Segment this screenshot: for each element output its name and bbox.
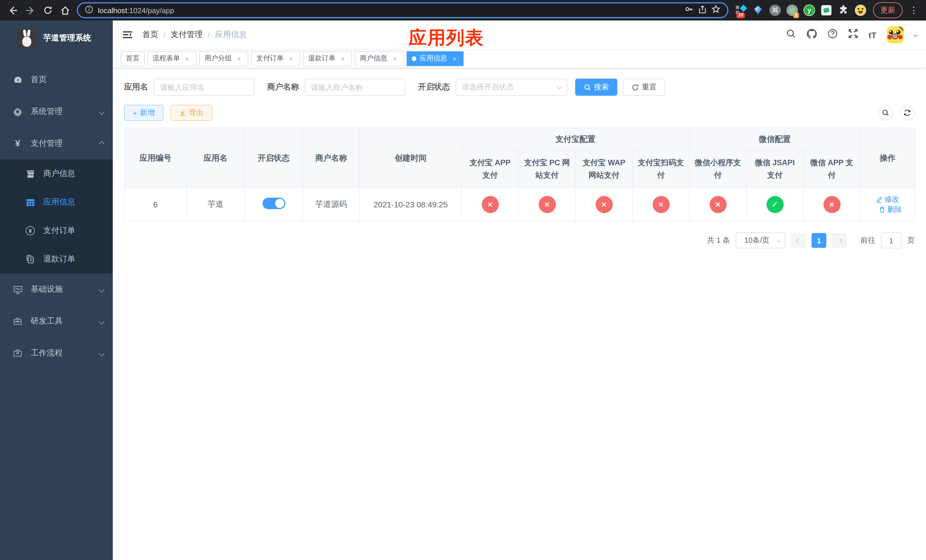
tab-close-icon[interactable]: × [339, 54, 347, 62]
cell-status [245, 188, 303, 221]
app-name-input[interactable] [154, 79, 254, 96]
sidebar-item-refund-order[interactable]: 退款订单 [0, 245, 113, 274]
github-icon[interactable] [806, 28, 817, 41]
font-size-icon[interactable]: tT [869, 30, 876, 39]
tab-close-icon[interactable]: × [235, 54, 243, 62]
yen-circle-icon: ¥ [25, 226, 35, 235]
tab-home[interactable]: 首页 [121, 51, 145, 66]
site-info-icon[interactable] [85, 5, 94, 16]
back-icon[interactable] [8, 5, 18, 15]
table-grid-icon [25, 197, 35, 207]
tab-pay-order[interactable]: 支付订单× [251, 51, 300, 66]
shop-icon [25, 169, 35, 179]
extension-badge: 1 [793, 12, 799, 18]
enabled-toggle[interactable] [262, 198, 285, 209]
user-avatar[interactable] [887, 26, 904, 43]
sidebar-item-devtools[interactable]: 研发工具 [0, 305, 113, 337]
tab-user-group[interactable]: 用户分组× [199, 51, 248, 66]
extension-emoji-icon[interactable] [855, 5, 866, 16]
chevron-down-icon [99, 109, 104, 115]
sidebar-item-home[interactable]: 首页 [0, 64, 113, 96]
extension-gem-icon[interactable] [752, 5, 764, 16]
export-button[interactable]: 导出 [170, 105, 212, 121]
prev-page-button[interactable] [791, 233, 806, 248]
reset-button[interactable]: 重置 [623, 79, 665, 96]
tab-close-icon[interactable]: × [287, 54, 295, 62]
delete-link[interactable]: 删除 [879, 204, 902, 215]
wx-jsapi-status-icon: ✓ [766, 196, 783, 213]
add-button[interactable]: + 新增 [124, 105, 163, 121]
toggle-search-button[interactable] [878, 105, 893, 120]
sidebar-item-merchant-info[interactable]: 商户信息 [0, 159, 113, 188]
password-key-icon[interactable] [684, 5, 694, 16]
status-select[interactable]: 请选择开启状态 [455, 79, 567, 96]
col-alipay-app: 支付宝 APP 支付 [461, 150, 519, 188]
goto-page-input[interactable] [881, 233, 902, 249]
search-button[interactable]: 搜索 [575, 79, 617, 96]
dashboard-icon [12, 75, 23, 85]
sidebar-item-system[interactable]: 系统管理 [0, 96, 113, 128]
extension-chat-icon[interactable] [821, 5, 832, 16]
tab-refund-order[interactable]: 退款订单× [303, 51, 352, 66]
merchant-name-input[interactable] [305, 79, 406, 96]
search-icon[interactable] [786, 29, 796, 41]
tab-close-icon[interactable]: × [391, 54, 399, 62]
sidebar-item-infra[interactable]: 基础设施 [0, 274, 113, 305]
table-row: 6 芋道 芋道源码 2021-10-23 08:49:25 × × × × × … [124, 188, 915, 221]
tab-merchant-info[interactable]: 商户信息× [355, 51, 404, 66]
breadcrumb-pay[interactable]: 支付管理 [171, 30, 203, 40]
extension-recorder-icon[interactable]: 1 [787, 5, 798, 16]
page-number[interactable]: 1 [811, 233, 826, 248]
documents-icon [25, 255, 35, 264]
sidebar-item-app-info[interactable]: 应用信息 [0, 188, 113, 216]
breadcrumb-home[interactable]: 首页 [142, 30, 158, 40]
tab-close-icon[interactable]: × [451, 54, 458, 62]
bookmark-star-icon[interactable] [711, 5, 720, 16]
col-alipay-qr: 支付宝扫码支付 [632, 150, 689, 188]
sidebar-item-label: 基础设施 [31, 284, 63, 295]
browser-toolbar: localhost:1024/pay/app 10 ⌘ 1 y 更新 ⋮ [0, 0, 926, 21]
fullscreen-icon[interactable] [848, 29, 858, 41]
sidebar-item-pay-order[interactable]: ¥ 支付订单 [0, 216, 113, 245]
browser-menu-kebab-icon[interactable]: ⋮ [907, 5, 920, 15]
trash-icon [879, 206, 885, 213]
sidebar-item-label: 首页 [31, 75, 47, 85]
tab-process-form[interactable]: 流程表单× [147, 51, 197, 66]
edit-link[interactable]: 修改 [876, 194, 899, 204]
alipay-app-status-icon: × [481, 196, 499, 213]
tab-app-info[interactable]: 应用信息× [407, 51, 464, 66]
sidebar-item-workflow[interactable]: 工作流程 [0, 337, 113, 369]
share-icon[interactable] [698, 5, 707, 16]
toolbar-row: + 新增 导出 [124, 105, 915, 121]
tab-close-icon[interactable]: × [183, 54, 191, 62]
alipay-wap-status-icon: × [595, 196, 613, 213]
sidebar-item-pay[interactable]: ¥ 支付管理 [0, 128, 113, 159]
extension-command-icon[interactable]: ⌘ [769, 5, 781, 16]
home-icon[interactable] [61, 5, 70, 15]
goto-label: 前往 [861, 236, 875, 246]
extension-yudao-icon[interactable]: y [803, 5, 815, 16]
toolbox-icon [12, 317, 23, 326]
cell-app-name: 芋道 [186, 188, 245, 221]
refresh-button[interactable] [900, 105, 915, 120]
pagination-total: 共 1 条 [707, 236, 730, 246]
cell-actions: 修改 删除 [860, 188, 915, 221]
page-size-select[interactable]: 10条/页 [736, 233, 785, 249]
reload-icon[interactable] [43, 6, 52, 15]
group-alipay-config: 支付宝配置 [461, 128, 689, 150]
download-icon [179, 109, 186, 117]
url-bar[interactable]: localhost:1024/pay/app [77, 2, 728, 18]
browser-update-button[interactable]: 更新 [873, 2, 903, 18]
forward-icon[interactable] [26, 5, 35, 15]
screenshot-root: localhost:1024/pay/app 10 ⌘ 1 y 更新 ⋮ [0, 0, 926, 560]
breadcrumb-current: 应用信息 [215, 30, 247, 40]
sidebar-logo-row[interactable]: 芋道管理系统 [0, 21, 113, 56]
extensions-puzzle-icon[interactable] [838, 5, 849, 16]
plus-icon: + [133, 109, 137, 117]
help-icon[interactable] [828, 29, 838, 41]
extension-devtools-icon[interactable]: 10 [735, 5, 747, 16]
sidebar-collapse-icon[interactable] [113, 21, 142, 49]
page-body: 应用名 商户名称 开启状态 请选择开启状态 搜索 重置 [113, 68, 926, 249]
avatar-caret-icon[interactable] [914, 33, 917, 37]
next-page-button[interactable] [832, 233, 847, 248]
